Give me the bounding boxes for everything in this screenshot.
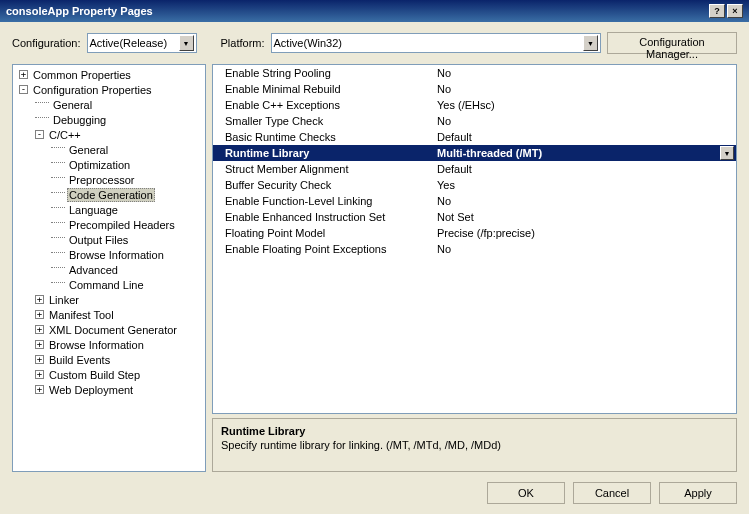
tree-item[interactable]: Debugging [15, 112, 203, 127]
property-row[interactable]: Basic Runtime ChecksDefault [213, 129, 736, 145]
configuration-dropdown[interactable]: Active(Release) ▼ [87, 33, 197, 53]
property-value[interactable]: No [433, 243, 736, 255]
tree-item[interactable]: +Build Events [15, 352, 203, 367]
property-row[interactable]: Enable Enhanced Instruction SetNot Set [213, 209, 736, 225]
tree-label[interactable]: Linker [47, 294, 81, 306]
tree-label[interactable]: Advanced [67, 264, 120, 276]
tree-label[interactable]: Output Files [67, 234, 130, 246]
tree-label[interactable]: C/C++ [47, 129, 83, 141]
tree-label[interactable]: Common Properties [31, 69, 133, 81]
property-value[interactable]: Default [433, 131, 736, 143]
property-value[interactable]: No [433, 83, 736, 95]
property-row[interactable]: Struct Member AlignmentDefault [213, 161, 736, 177]
property-row[interactable]: Smaller Type CheckNo [213, 113, 736, 129]
property-row[interactable]: Enable Function-Level LinkingNo [213, 193, 736, 209]
property-value[interactable]: Not Set [433, 211, 736, 223]
property-row[interactable]: Runtime LibraryMulti-threaded (/MT)▼ [213, 145, 736, 161]
tree-label[interactable]: Preprocessor [67, 174, 136, 186]
chevron-down-icon[interactable]: ▼ [720, 146, 734, 160]
property-row[interactable]: Enable String PoolingNo [213, 65, 736, 81]
property-value[interactable]: Yes (/EHsc) [433, 99, 736, 111]
tree-item[interactable]: Preprocessor [15, 172, 203, 187]
tree-item[interactable]: General [15, 97, 203, 112]
tree-label[interactable]: Manifest Tool [47, 309, 116, 321]
tree-item[interactable]: Language [15, 202, 203, 217]
tree-label[interactable]: Custom Build Step [47, 369, 142, 381]
tree-item[interactable]: Optimization [15, 157, 203, 172]
tree-item[interactable]: +Browse Information [15, 337, 203, 352]
tree-item[interactable]: Advanced [15, 262, 203, 277]
tree-item[interactable]: +Web Deployment [15, 382, 203, 397]
tree-item[interactable]: +Custom Build Step [15, 367, 203, 382]
property-value[interactable]: Yes [433, 179, 736, 191]
property-grid[interactable]: Enable String PoolingNoEnable Minimal Re… [212, 64, 737, 414]
property-row[interactable]: Enable Floating Point ExceptionsNo [213, 241, 736, 257]
platform-dropdown[interactable]: Active(Win32) ▼ [271, 33, 601, 53]
tree-item[interactable]: Code Generation [15, 187, 203, 202]
property-value[interactable]: Multi-threaded (/MT)▼ [433, 146, 736, 160]
tree-item[interactable]: General [15, 142, 203, 157]
property-name: Enable Floating Point Exceptions [213, 243, 433, 255]
tree-item[interactable]: +Manifest Tool [15, 307, 203, 322]
property-row[interactable]: Floating Point ModelPrecise (/fp:precise… [213, 225, 736, 241]
tree-item[interactable]: +Common Properties [15, 67, 203, 82]
config-manager-button[interactable]: Configuration Manager... [607, 32, 737, 54]
tree-label[interactable]: Code Generation [67, 188, 155, 202]
expand-icon[interactable]: + [19, 70, 28, 79]
property-value[interactable]: No [433, 195, 736, 207]
ok-button[interactable]: OK [487, 482, 565, 504]
property-row[interactable]: Buffer Security CheckYes [213, 177, 736, 193]
expand-icon[interactable]: + [35, 340, 44, 349]
property-value[interactable]: Default [433, 163, 736, 175]
tree-label[interactable]: Precompiled Headers [67, 219, 177, 231]
tree-connector-icon [51, 207, 65, 208]
tree-panel[interactable]: +Common Properties-Configuration Propert… [12, 64, 206, 472]
tree-label[interactable]: Web Deployment [47, 384, 135, 396]
cancel-button[interactable]: Cancel [573, 482, 651, 504]
collapse-icon[interactable]: - [35, 130, 44, 139]
property-row[interactable]: Enable Minimal RebuildNo [213, 81, 736, 97]
property-value[interactable]: No [433, 67, 736, 79]
tree-label[interactable]: Command Line [67, 279, 146, 291]
close-icon[interactable]: × [727, 4, 743, 18]
tree-label[interactable]: General [67, 144, 110, 156]
tree-connector-icon [35, 117, 49, 118]
expand-icon[interactable]: + [35, 355, 44, 364]
description-title: Runtime Library [221, 425, 728, 437]
tree-connector-icon [51, 192, 65, 193]
expand-icon[interactable]: + [35, 310, 44, 319]
apply-button[interactable]: Apply [659, 482, 737, 504]
tree-item[interactable]: -C/C++ [15, 127, 203, 142]
chevron-down-icon: ▼ [179, 35, 194, 51]
tree-item[interactable]: +XML Document Generator [15, 322, 203, 337]
tree-label[interactable]: Build Events [47, 354, 112, 366]
tree-item[interactable]: Output Files [15, 232, 203, 247]
tree-item[interactable]: -Configuration Properties [15, 82, 203, 97]
property-row[interactable]: Enable C++ ExceptionsYes (/EHsc) [213, 97, 736, 113]
expand-icon[interactable]: + [35, 370, 44, 379]
property-name: Runtime Library [213, 147, 433, 159]
property-value[interactable]: No [433, 115, 736, 127]
expand-icon[interactable]: + [35, 385, 44, 394]
expand-icon[interactable]: + [35, 325, 44, 334]
titlebar: consoleApp Property Pages ? × [0, 0, 749, 22]
tree-label[interactable]: Configuration Properties [31, 84, 154, 96]
configuration-value: Active(Release) [90, 37, 168, 49]
property-name: Struct Member Alignment [213, 163, 433, 175]
tree-item[interactable]: Command Line [15, 277, 203, 292]
expand-icon[interactable]: + [35, 295, 44, 304]
tree-item[interactable]: Browse Information [15, 247, 203, 262]
tree-label[interactable]: Language [67, 204, 120, 216]
tree-label[interactable]: Debugging [51, 114, 108, 126]
tree-label[interactable]: Browse Information [47, 339, 146, 351]
tree-label[interactable]: XML Document Generator [47, 324, 179, 336]
tree-label[interactable]: General [51, 99, 94, 111]
property-value[interactable]: Precise (/fp:precise) [433, 227, 736, 239]
help-icon[interactable]: ? [709, 4, 725, 18]
collapse-icon[interactable]: - [19, 85, 28, 94]
tree-connector-icon [51, 237, 65, 238]
tree-item[interactable]: Precompiled Headers [15, 217, 203, 232]
tree-label[interactable]: Optimization [67, 159, 132, 171]
tree-label[interactable]: Browse Information [67, 249, 166, 261]
tree-item[interactable]: +Linker [15, 292, 203, 307]
